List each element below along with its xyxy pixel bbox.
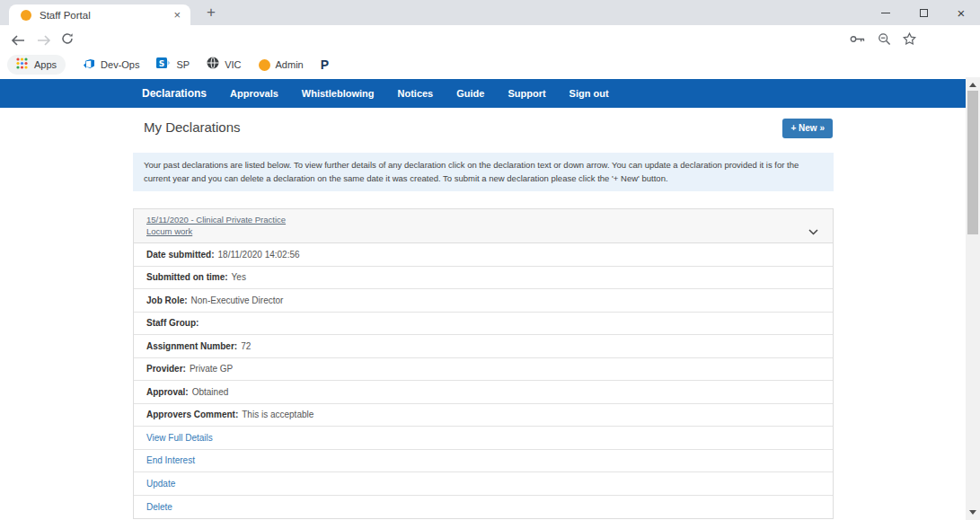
bookmark-label: SP (176, 59, 190, 70)
action-row: End Interest (134, 450, 833, 473)
page-title: My Declarations (144, 119, 241, 135)
bookmark-vic[interactable]: VIC (207, 57, 241, 73)
field-value: Non-Executive Director (191, 295, 284, 305)
window-controls: × (867, 0, 980, 25)
field-label: Staff Group: (146, 318, 199, 328)
tab-close-icon[interactable]: × (171, 9, 183, 21)
update-link[interactable]: Update (146, 479, 175, 489)
field-label: Submitted on time: (146, 272, 228, 282)
nav-item-support[interactable]: Support (508, 88, 545, 99)
field-value: Private GP (190, 364, 233, 374)
tab-strip: Staff Portal × + × (0, 0, 980, 25)
field-label: Assignment Number: (146, 341, 237, 351)
nav-item-whistleblowing[interactable]: Whistleblowing (302, 88, 375, 99)
nav-item-notices[interactable]: Notices (398, 88, 434, 99)
zoom-out-icon[interactable] (878, 32, 891, 46)
declaration-panel: 15/11/2020 - Clinical Private Practice L… (133, 208, 834, 519)
tab-title: Staff Portal (40, 10, 171, 21)
sharepoint-icon: S (156, 57, 171, 73)
nav-item-guide[interactable]: Guide (456, 88, 484, 99)
field-row-job-role: Job Role: Non-Executive Director (134, 289, 833, 313)
field-row-assignment-number: Assignment Number: 72 (134, 335, 833, 358)
bookmark-label: VIC (225, 59, 241, 70)
field-value: Obtained (192, 387, 229, 397)
bookmark-devops[interactable]: Dev-Ops (83, 57, 139, 73)
nav-item-declarations[interactable]: Declarations (142, 87, 207, 100)
apps-grid-icon (16, 57, 28, 73)
new-tab-icon[interactable]: + (201, 3, 221, 22)
nav-item-approvals[interactable]: Approvals (230, 88, 278, 99)
declaration-title-link[interactable]: 15/11/2020 - Clinical Private Practice (146, 214, 820, 225)
field-row-provider: Provider: Private GP (134, 358, 833, 382)
field-value: Yes (232, 272, 246, 282)
browser-tab[interactable]: Staff Portal × (9, 4, 190, 25)
back-icon[interactable] (11, 33, 25, 49)
password-key-icon[interactable] (850, 35, 865, 43)
bookmarks-bar: Apps Dev-Ops S SP VIC Admin P (0, 52, 980, 77)
forward-icon[interactable] (37, 33, 51, 49)
new-declaration-button[interactable]: + New » (782, 119, 833, 138)
field-label: Job Role: (146, 295, 188, 305)
bookmark-admin[interactable]: Admin (259, 59, 304, 71)
chevron-down-icon[interactable] (808, 223, 818, 239)
field-value: 72 (241, 341, 251, 351)
field-label: Approvers Comment: (146, 410, 238, 419)
bookmark-sharepoint[interactable]: S SP (156, 57, 190, 73)
bookmark-p[interactable]: P (321, 57, 329, 72)
scrollbar-thumb[interactable] (967, 91, 978, 234)
field-value: 18/11/2020 14:02:56 (218, 250, 300, 260)
window-close-icon[interactable]: × (942, 0, 980, 25)
tab-favicon (21, 10, 31, 21)
declaration-subtitle-link[interactable]: Locum work (146, 225, 820, 237)
view-full-details-link[interactable]: View Full Details (146, 433, 213, 443)
action-row: Delete (134, 496, 833, 519)
bookmark-label: Admin (276, 59, 304, 70)
field-row-approvers-comment: Approvers Comment: This is acceptable (134, 404, 833, 427)
refresh-icon[interactable] (61, 32, 74, 48)
globe-icon (207, 57, 219, 73)
nav-item-signout[interactable]: Sign out (569, 88, 609, 99)
window-minimize-icon[interactable] (867, 0, 905, 25)
devops-icon (83, 57, 95, 73)
info-message: Your past declarations are listed below.… (133, 153, 834, 191)
field-row-approval: Approval: Obtained (134, 381, 833, 404)
scrollbar-up-icon[interactable] (969, 83, 976, 87)
field-label: Approval: (146, 387, 189, 397)
field-row-staff-group: Staff Group: (134, 313, 833, 336)
field-label: Date submitted: (146, 250, 215, 260)
action-row: Update (134, 472, 833, 496)
toolbar: exhibition.mydeclarations.co.uk/Portals/… (0, 25, 980, 52)
site-nav: Declarations Approvals Whistleblowing No… (0, 79, 966, 108)
action-row: View Full Details (134, 427, 833, 450)
scrollbar-down-icon[interactable] (969, 510, 976, 515)
orange-circle-icon (259, 59, 270, 71)
field-label: Provider: (146, 364, 186, 374)
field-value: This is acceptable (242, 410, 313, 419)
field-row-date-submitted: Date submitted: 18/11/2020 14:02:56 (134, 243, 833, 267)
window-restore-icon[interactable] (905, 0, 942, 25)
svg-text:S: S (159, 59, 164, 68)
letter-p-favicon: P (321, 57, 329, 72)
field-row-submitted-on-time: Submitted on time: Yes (134, 267, 833, 290)
bookmark-label: Dev-Ops (101, 59, 139, 70)
bookmark-star-icon[interactable] (903, 32, 916, 46)
declaration-header[interactable]: 15/11/2020 - Clinical Private Practice L… (134, 209, 833, 243)
bookmark-label: Apps (34, 59, 57, 70)
page-scrollbar[interactable] (966, 77, 980, 520)
bookmark-apps[interactable]: Apps (7, 55, 66, 75)
delete-link[interactable]: Delete (146, 502, 172, 512)
end-interest-link[interactable]: End Interest (146, 455, 195, 465)
